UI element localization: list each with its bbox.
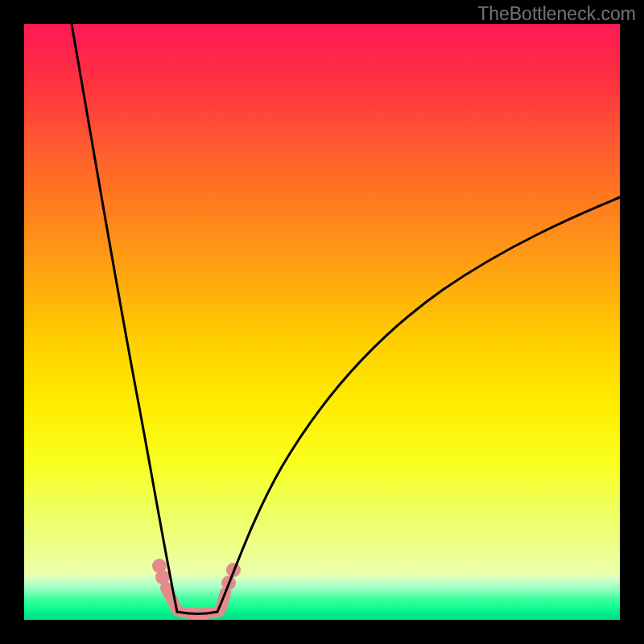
marker-left-dot-lower [155, 570, 170, 584]
plot-area [24, 24, 620, 620]
watermark-text: TheBottleneck.com [477, 3, 636, 25]
chart-frame: TheBottleneck.com [0, 0, 644, 644]
curves-layer [24, 24, 620, 620]
left-curve [72, 24, 177, 612]
right-curve [217, 197, 620, 612]
